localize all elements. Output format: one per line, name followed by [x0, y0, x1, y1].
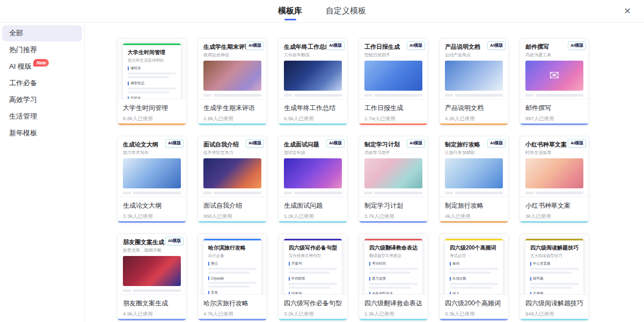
card-accent-bar	[440, 221, 508, 223]
doc-sheet-body: 哈尔滨旅行攻略出行必备景点Citywalk美食	[203, 240, 261, 294]
sidebar-item-6[interactable]: 新年模板	[2, 125, 82, 141]
placeholder-lines	[364, 94, 422, 99]
section-tick-icon	[208, 262, 209, 266]
card-footer: 制定旅行攻略4k人已使用	[440, 196, 508, 223]
card-title: 面试自我介绍	[203, 201, 261, 210]
sidebar-item-4[interactable]: 高效学习	[2, 92, 82, 108]
card-cover: 面试自我介绍提升求职竞争力AI模版	[198, 136, 267, 196]
card-cover: 哈尔滨旅行攻略出行必备景点Citywalk美食	[198, 234, 267, 294]
tab-template-library[interactable]: 模板库	[278, 0, 302, 22]
card-cover: 大学生时间管理把大学生活安排明白课程表课堂笔记日程表	[118, 39, 186, 99]
tab-custom-templates[interactable]: 自定义模板	[326, 0, 366, 22]
template-card[interactable]: 生成面试问题面试官利器AI模版生成面试问题1.2k人已使用	[278, 136, 348, 223]
doc-section-label-text: 课堂笔记	[130, 81, 144, 86]
card-title: 四六级写作必备句型	[284, 299, 342, 308]
template-card[interactable]: 小红书种草文案时尚生活推荐AI模版小红书种草文案3k人已使用	[519, 136, 589, 223]
doc-section: 课程表	[128, 66, 176, 78]
doc-section: 复习进度	[369, 276, 418, 289]
section-tick-icon	[530, 262, 531, 266]
doc-section-label-text: 开篇句	[291, 261, 302, 266]
sidebar-item-5[interactable]: 生活管理	[2, 108, 82, 125]
placeholder-bar	[208, 268, 257, 270]
card-accent-bar	[279, 221, 347, 223]
card-usage-count: 3.2k人已使用	[284, 311, 342, 318]
template-card[interactable]: 四六级阅读解题技巧五大阅读题型技巧中心主旨题细节题态度题四六级阅读解题技巧948…	[519, 233, 589, 321]
card-cover-subtitle: 提升求职竞争力	[203, 150, 261, 156]
card-footer: 大学生时间管理8.8k人已使用	[118, 99, 186, 125]
placeholder-lines	[284, 192, 342, 196]
doc-section: 出现次数	[450, 276, 498, 289]
placeholder-bar	[133, 192, 181, 194]
card-accent-bar	[440, 123, 508, 125]
template-card[interactable]: 面试自我介绍提升求职竞争力AI模版面试自我介绍956人已使用	[197, 136, 267, 223]
template-card[interactable]: 生成学生期末评语教师提效神器AI模版生成学生期末评语2.8k人已使用	[197, 38, 267, 126]
placeholder-row	[123, 289, 181, 292]
close-icon[interactable]: ✕	[624, 7, 631, 16]
doc-section-label-text: 考试时间	[372, 261, 386, 266]
template-card[interactable]: 生成年终工作总结工作效率翻倍AI模版生成年终工作总结6.5k人已使用	[278, 38, 348, 126]
placeholder-bar	[530, 283, 579, 285]
card-usage-count: 3.3k人已使用	[445, 311, 503, 318]
placeholder-row	[445, 192, 503, 194]
card-cover-image	[123, 256, 181, 286]
doc-sheet: 四六级翻译救命表达翻译题型常用表达考试时间复习进度必备句型表达	[364, 239, 422, 294]
placeholder-bar	[214, 94, 261, 97]
placeholder-lines	[203, 94, 261, 99]
template-card[interactable]: 制定旅行攻略让旅行更加精彩AI模版制定旅行攻略4k人已使用	[439, 136, 509, 223]
doc-sheet: 四六级200个高频词考试必背单词出现次数词义	[445, 239, 503, 294]
placeholder-lines	[203, 192, 261, 196]
template-card[interactable]: 制定学习计划高效学习助手AI模版制定学习计划3.7k人已使用	[358, 136, 428, 223]
card-title: 朋友圈文案生成	[123, 299, 181, 308]
doc-section-label-text: 结尾句	[291, 291, 302, 294]
ai-template-badge: AI模版	[165, 237, 184, 245]
template-card[interactable]: 工作日报生成智能日报助手AI模版工作日报生成1.7w人已使用	[358, 38, 428, 126]
placeholder-bar	[450, 272, 491, 274]
card-footer: 哈尔滨旅行攻略4.7k人已使用	[198, 294, 267, 320]
doc-section: 必备句型表达	[369, 291, 418, 294]
card-cover: 生成面试问题面试官利器AI模版	[279, 136, 347, 196]
placeholder-lines	[445, 192, 503, 196]
card-cover: 朋友圈文案生成创意无限，吸睛不断AI模版	[118, 234, 186, 294]
template-card[interactable]: 四六级翻译救命表达翻译题型常用表达考试时间复习进度必备句型表达四六级翻译救命表达…	[358, 233, 428, 321]
card-cover-title: 四六级阅读解题技巧	[530, 244, 579, 252]
card-cover-title: 四六级翻译救命表达	[369, 244, 418, 252]
template-card[interactable]: 产品说明文档总结产品亮点AI模版产品说明文档4.2k人已使用	[439, 38, 509, 126]
placeholder-bar	[294, 192, 342, 194]
doc-section-label: 复习进度	[369, 276, 418, 281]
placeholder-block	[364, 192, 372, 194]
template-card[interactable]: 四六级200个高频词考试必背单词出现次数词义四六级200个高频词3.3k人已使用	[439, 233, 509, 321]
sidebar-item-1[interactable]: 热门推荐	[2, 42, 82, 58]
placeholder-block	[364, 94, 372, 97]
card-accent-bar	[359, 221, 428, 223]
card-usage-count: 956人已使用	[203, 213, 261, 220]
placeholder-bar	[214, 192, 261, 194]
template-card[interactable]: 邮件撰写高效沟通工具✉AI模版邮件撰写997人已使用	[519, 38, 589, 126]
template-card[interactable]: 四六级写作必备句型写作经典常用句型开篇句中间段落结尾句四六级写作必备句型3.2k…	[278, 233, 348, 321]
sidebar-item-0[interactable]: 全部	[2, 25, 82, 41]
template-card[interactable]: 哈尔滨旅行攻略出行必备景点Citywalk美食哈尔滨旅行攻略4.7k人已使用	[197, 233, 267, 321]
placeholder-bar	[208, 282, 257, 284]
doc-section-label: 态度题	[530, 291, 579, 294]
template-card[interactable]: 朋友圈文案生成创意无限，吸睛不断AI模版朋友圈文案生成4.9k人已使用	[117, 233, 187, 321]
doc-section-label-text: 复习进度	[372, 276, 386, 281]
sidebar-item-2[interactable]: AI 模版New	[2, 58, 82, 75]
card-cover: 生成学生期末评语教师提效神器AI模版	[198, 39, 267, 99]
template-card[interactable]: 大学生时间管理把大学生活安排明白课程表课堂笔记日程表大学生时间管理8.8k人已使…	[117, 38, 187, 126]
doc-section: 词义	[450, 291, 498, 294]
doc-sheet-body: 四六级阅读解题技巧五大阅读题型技巧中心主旨题细节题态度题	[525, 240, 583, 294]
doc-section: 细节题	[530, 276, 579, 289]
placeholder-block	[284, 94, 292, 97]
section-tick-icon	[530, 277, 531, 281]
ai-template-badge: AI模版	[568, 41, 586, 50]
doc-sheet-body: 四六级翻译救命表达翻译题型常用表达考试时间复习进度必备句型表达	[364, 240, 422, 294]
envelope-icon: ✉	[550, 69, 559, 83]
doc-section: 中间段落	[289, 276, 337, 289]
card-cover: 四六级翻译救命表达翻译题型常用表达考试时间复习进度必备句型表达	[359, 234, 428, 294]
card-usage-count: 8.8k人已使用	[123, 115, 181, 122]
card-cover-subtitle: 总结产品亮点	[445, 52, 503, 58]
sidebar-item-3[interactable]: 工作必备	[2, 75, 82, 91]
template-card[interactable]: 生成论文大纲助力学术写作AI模版生成论文大纲3.3k人已使用	[117, 136, 187, 223]
doc-section-label: 美食	[208, 290, 257, 294]
doc-section-label: 必备句型表达	[369, 291, 418, 294]
placeholder-lines	[123, 192, 181, 196]
